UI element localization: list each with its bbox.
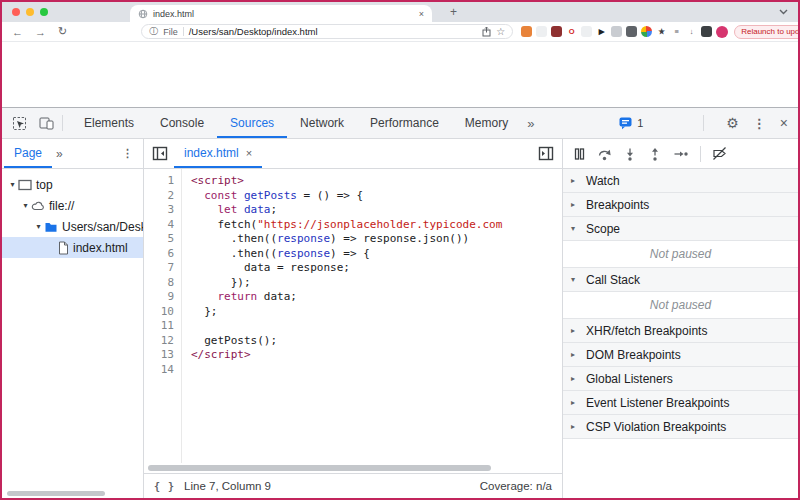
minimize-light[interactable] bbox=[26, 8, 34, 16]
expand-arrow-icon[interactable]: ▾ bbox=[7, 180, 18, 189]
pause-icon[interactable] bbox=[573, 147, 586, 161]
extension-metamask-icon[interactable] bbox=[521, 26, 532, 37]
bookmark-star-icon[interactable]: ☆ bbox=[496, 26, 505, 37]
device-toolbar-icon[interactable] bbox=[39, 116, 54, 130]
extension-arrow-icon[interactable]: ▶ bbox=[596, 26, 607, 37]
code-line[interactable]: fetch("https://jsonplaceholder.typicode.… bbox=[191, 218, 562, 233]
code-line[interactable]: <script> bbox=[191, 174, 562, 189]
code-line[interactable]: let data; bbox=[191, 203, 562, 218]
extension-icon[interactable] bbox=[701, 26, 712, 37]
tab-title: index.html bbox=[153, 9, 419, 19]
code-line[interactable]: return data; bbox=[191, 290, 562, 305]
section-xhr-fetch-breakpoints[interactable]: ▸XHR/fetch Breakpoints bbox=[563, 319, 798, 343]
inspect-element-icon[interactable] bbox=[12, 116, 27, 131]
file-tree: ▾top▾file://▾Users/san/Desktopindex.html bbox=[2, 169, 143, 489]
devtools-kebab-icon[interactable]: ⋮ bbox=[753, 116, 766, 131]
code-line[interactable]: .then((response) => { bbox=[191, 247, 562, 262]
issues-counter[interactable]: 1 bbox=[619, 117, 643, 130]
code-line[interactable]: data = response; bbox=[191, 261, 562, 276]
devtools-close-icon[interactable]: × bbox=[780, 115, 788, 131]
forward-icon[interactable]: → bbox=[35, 26, 46, 38]
step-out-icon[interactable] bbox=[648, 147, 662, 161]
devtools-tab-performance[interactable]: Performance bbox=[357, 108, 452, 138]
code-editor[interactable]: 1234567891011121314 <script> const getPo… bbox=[144, 169, 562, 463]
extension-icon[interactable] bbox=[611, 26, 622, 37]
zoom-light[interactable] bbox=[40, 8, 48, 16]
close-light[interactable] bbox=[12, 8, 20, 16]
extension-icon[interactable] bbox=[551, 26, 562, 37]
extension-star-icon[interactable]: ★ bbox=[656, 26, 667, 37]
devtools-tab-sources[interactable]: Sources bbox=[217, 108, 287, 138]
devtools-tab-console[interactable]: Console bbox=[147, 108, 217, 138]
line-number: 5 bbox=[144, 232, 174, 247]
step-over-icon[interactable] bbox=[597, 147, 612, 161]
section-dom-breakpoints[interactable]: ▸DOM Breakpoints bbox=[563, 343, 798, 367]
devtools-tab-network[interactable]: Network bbox=[287, 108, 357, 138]
browser-tab[interactable]: index.html × bbox=[130, 5, 432, 22]
section-label: Global Listeners bbox=[586, 372, 673, 386]
navigator-kebab-icon[interactable]: ⋮ bbox=[122, 147, 133, 160]
code-lines[interactable]: <script> const getPosts = () => { let da… bbox=[182, 169, 562, 463]
relaunch-button[interactable]: Relaunch to update ⋮ bbox=[734, 25, 798, 39]
tab-page[interactable]: Page bbox=[4, 139, 52, 168]
tree-item-users-san-desktop[interactable]: ▾Users/san/Desktop bbox=[2, 216, 143, 237]
code-line[interactable]: .then((response) => response.json()) bbox=[191, 232, 562, 247]
new-tab-button[interactable]: + bbox=[450, 5, 457, 19]
share-icon[interactable] bbox=[482, 26, 491, 37]
address-bar[interactable]: ⓘ File /Users/san/Desktop/index.html ☆ bbox=[141, 24, 513, 39]
file-tab-index-html[interactable]: index.html × bbox=[174, 139, 262, 168]
step-into-icon[interactable] bbox=[623, 147, 637, 161]
show-debugger-icon[interactable] bbox=[538, 146, 554, 161]
extension-icon[interactable] bbox=[626, 26, 637, 37]
url-text[interactable]: /Users/san/Desktop/index.html bbox=[189, 26, 318, 37]
expand-arrow-icon[interactable]: ▾ bbox=[20, 201, 31, 210]
reload-icon[interactable]: ↻ bbox=[58, 25, 67, 38]
tree-item-top[interactable]: ▾top bbox=[2, 174, 143, 195]
line-number: 13 bbox=[144, 348, 174, 363]
settings-gear-icon[interactable]: ⚙ bbox=[726, 115, 739, 131]
hide-navigator-icon[interactable] bbox=[152, 146, 168, 161]
line-number: 3 bbox=[144, 203, 174, 218]
extension-icon[interactable] bbox=[536, 26, 547, 37]
back-icon[interactable]: ← bbox=[12, 26, 23, 38]
chevron-down-icon[interactable] bbox=[779, 9, 788, 15]
code-line[interactable] bbox=[191, 319, 562, 334]
navigator-more-icon[interactable]: » bbox=[56, 147, 63, 161]
step-icon[interactable] bbox=[673, 147, 689, 161]
code-line[interactable]: const getPosts = () => { bbox=[191, 189, 562, 204]
section-global-listeners[interactable]: ▸Global Listeners bbox=[563, 367, 798, 391]
section-event-listener-breakpoints[interactable]: ▸Event Listener Breakpoints bbox=[563, 391, 798, 415]
tree-item-label: Users/san/Desktop bbox=[62, 220, 143, 234]
section-watch[interactable]: ▸Watch bbox=[563, 169, 798, 193]
profile-avatar[interactable] bbox=[716, 26, 728, 38]
extension-icon[interactable] bbox=[581, 26, 592, 37]
tree-item-file-[interactable]: ▾file:// bbox=[2, 195, 143, 216]
tree-item-index-html[interactable]: index.html bbox=[2, 237, 143, 258]
expand-arrow-icon: ▸ bbox=[571, 398, 580, 407]
devtools-tab-memory[interactable]: Memory bbox=[452, 108, 521, 138]
expand-arrow-icon[interactable]: ▾ bbox=[33, 222, 44, 231]
extension-opera-icon[interactable]: O bbox=[566, 26, 577, 37]
extension-pinwheel-icon[interactable] bbox=[641, 26, 652, 37]
code-line[interactable]: }; bbox=[191, 305, 562, 320]
download-icon[interactable]: ↓ bbox=[686, 26, 697, 37]
editor-hscrollbar[interactable] bbox=[144, 463, 562, 473]
info-icon[interactable]: ⓘ bbox=[149, 25, 158, 38]
file-tab-close-icon[interactable]: × bbox=[246, 147, 252, 159]
code-line[interactable]: getPosts(); bbox=[191, 334, 562, 349]
section-breakpoints[interactable]: ▸Breakpoints bbox=[563, 193, 798, 217]
tab-close-icon[interactable]: × bbox=[419, 9, 424, 19]
section-scope[interactable]: ▾Scope bbox=[563, 217, 798, 241]
section-csp-violation-breakpoints[interactable]: ▸CSP Violation Breakpoints bbox=[563, 415, 798, 439]
code-line[interactable]: </script> bbox=[191, 348, 562, 363]
scheme-chip: File bbox=[163, 27, 178, 37]
devtools-tab-elements[interactable]: Elements bbox=[71, 108, 147, 138]
navigator-hscrollbar[interactable] bbox=[2, 489, 143, 498]
section-call-stack[interactable]: ▾Call Stack bbox=[563, 268, 798, 292]
code-line[interactable]: }); bbox=[191, 276, 562, 291]
pretty-print-icon[interactable]: { } bbox=[154, 481, 175, 492]
more-tabs-icon[interactable]: » bbox=[521, 116, 540, 131]
code-line[interactable] bbox=[191, 363, 562, 378]
reading-list-icon[interactable]: ≡ bbox=[671, 26, 682, 37]
deactivate-breakpoints-icon[interactable] bbox=[712, 146, 727, 161]
